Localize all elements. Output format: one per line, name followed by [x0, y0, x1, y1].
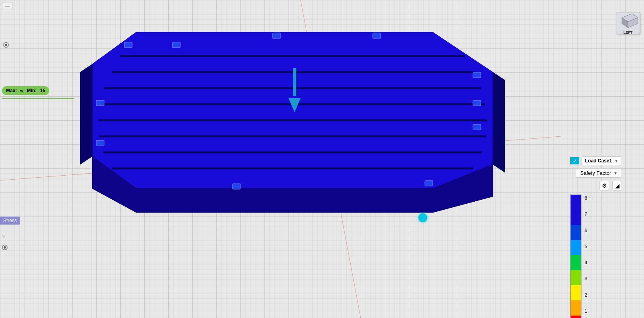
svg-rect-22: [96, 100, 104, 106]
svg-rect-24: [172, 42, 180, 48]
safety-factor-dropdown[interactable]: Safety Factor ▼: [576, 168, 622, 178]
color-scale-section: 8 + 7 6 5 4 3 2 1 0: [570, 194, 622, 318]
svg-marker-5: [493, 72, 505, 172]
color-bar: [570, 194, 581, 318]
scale-label-8: 8 +: [585, 195, 592, 201]
svg-rect-15: [124, 42, 132, 48]
svg-rect-18: [473, 72, 481, 78]
part-svg: [72, 20, 505, 217]
radio-group-1: [3, 42, 9, 48]
stress-badge: Stress: [0, 217, 20, 225]
scale-label-2: 2: [585, 292, 592, 298]
stress-sub-label: s: [0, 233, 7, 239]
3d-part-container: [72, 20, 505, 217]
top-left-controls: —: [2, 2, 12, 10]
radio-2[interactable]: [2, 245, 8, 250]
scale-label-4: 4: [585, 260, 592, 265]
view-cube-svg: [618, 12, 638, 30]
triangle-icon: ◢: [615, 182, 620, 189]
view-cube[interactable]: LEFT: [616, 12, 640, 34]
min-value: 15: [40, 88, 45, 93]
svg-marker-6: [80, 64, 92, 164]
load-case-dropdown[interactable]: Load Case1 ▼: [581, 156, 622, 165]
svg-rect-19: [473, 124, 481, 130]
svg-rect-16: [273, 33, 281, 38]
scale-labels: 8 + 7 6 5 4 3 2 1 0: [585, 194, 592, 318]
checkmark-icon: ✓: [573, 159, 576, 163]
badge-green: Max: ∞ Min: 15: [2, 86, 49, 95]
gear-icon: ⚙: [602, 182, 607, 189]
safety-factor-arrow: ▼: [614, 171, 618, 175]
minimize-button[interactable]: —: [2, 2, 12, 10]
legend-options-button[interactable]: ◢: [612, 181, 622, 190]
load-case-label: Load Case1: [585, 158, 612, 164]
load-case-arrow: ▼: [614, 159, 618, 163]
min-label: Min:: [27, 88, 37, 93]
svg-rect-21: [232, 184, 240, 189]
scale-label-7: 7: [585, 211, 592, 217]
safety-factor-label: Safety Factor: [580, 170, 611, 176]
scale-label-3: 3: [585, 276, 592, 282]
scale-label-1: 1: [585, 308, 592, 314]
radio-1[interactable]: [3, 42, 9, 48]
badge-line: [2, 98, 74, 99]
svg-rect-25: [473, 100, 481, 106]
scale-label-6: 6: [585, 228, 592, 233]
view-cube-label: LEFT: [624, 30, 633, 34]
cyan-dot: [418, 213, 427, 222]
max-min-badge: Max: ∞ Min: 15: [2, 86, 74, 99]
load-case-icon: ✓: [570, 157, 579, 164]
radio-group-2: [2, 245, 8, 250]
svg-rect-23: [96, 140, 104, 146]
svg-rect-20: [425, 180, 433, 186]
max-value: ∞: [20, 88, 24, 93]
stress-text: Stress: [3, 218, 17, 223]
legend-panel: ✓ Load Case1 ▼ Safety Factor ▼ ⚙ ◢: [570, 156, 622, 318]
max-label: Max:: [6, 88, 17, 93]
svg-rect-17: [373, 33, 381, 38]
settings-button[interactable]: ⚙: [600, 181, 609, 190]
minimize-icon: —: [5, 3, 10, 9]
scale-label-5: 5: [585, 244, 592, 249]
